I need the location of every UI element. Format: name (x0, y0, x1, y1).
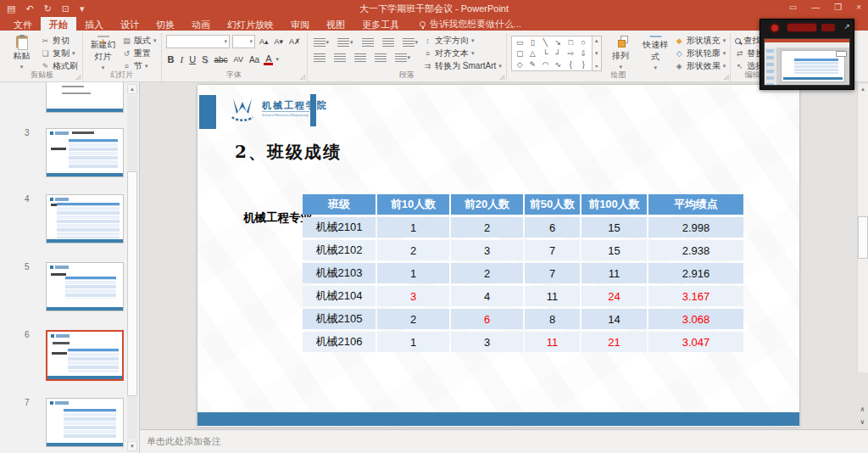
table-row[interactable]: 机械2105268143.068 (303, 309, 743, 329)
new-slide-button[interactable]: 新建幻灯片 ▾ (87, 34, 119, 70)
shape-icon[interactable]: ✎ (530, 59, 537, 70)
tab-home[interactable]: 开始 (41, 17, 76, 31)
tab-more-tools[interactable]: 更多工具 (353, 17, 408, 31)
layout-button[interactable]: ▤版式▾ (122, 35, 157, 47)
character-spacing-button[interactable]: AV (232, 53, 245, 66)
tab-view[interactable]: 视图 (318, 17, 353, 31)
columns-button[interactable]: ▾ (393, 52, 413, 64)
expand-icon[interactable]: ↗ (843, 22, 850, 31)
paste-button[interactable]: 粘贴 ▾ (6, 34, 37, 70)
font-color-button[interactable]: A (264, 53, 273, 65)
font-dialog-launcher-icon[interactable]: ◿ (300, 74, 304, 81)
next-slide-button[interactable]: ∨ (860, 417, 865, 428)
shape-icon[interactable]: ▢ (516, 48, 524, 59)
underline-button[interactable]: U (187, 53, 198, 66)
paragraph-dialog-launcher-icon[interactable]: ◿ (499, 74, 504, 81)
shape-icon[interactable]: △ (530, 48, 536, 59)
italic-button[interactable]: I (178, 53, 185, 66)
tab-file[interactable]: 文件 (5, 17, 41, 31)
shape-icon[interactable]: ▭ (516, 37, 524, 48)
shape-icon[interactable]: ∿ (555, 59, 562, 70)
align-left-button[interactable] (312, 52, 327, 64)
shape-icon[interactable]: ↘ (555, 37, 562, 48)
notes-pane[interactable]: 单击此处添加备注 (140, 429, 868, 453)
copy-button[interactable]: ❏复制▾ (41, 48, 78, 59)
thumbnail-slide-6-selected[interactable] (46, 330, 124, 381)
thumbnail-scroll-thumb[interactable] (127, 171, 137, 396)
shape-icon[interactable]: { (570, 59, 572, 70)
thumbnail-slide-4[interactable] (46, 194, 124, 243)
table-row[interactable]: 机械2101126152.998 (303, 217, 743, 238)
shape-icon[interactable]: ▯ (531, 37, 535, 48)
screen-share-overlay[interactable]: ↗ (760, 19, 854, 90)
current-slide[interactable]: 机械工程学院 School of Mechanical Engineering … (198, 85, 799, 427)
canvas-scrollbar[interactable]: ▲ (857, 84, 868, 372)
slide-title[interactable]: 2、班级成绩 (235, 141, 342, 164)
arrange-button[interactable]: 排列 ▾ (605, 34, 637, 70)
clipboard-dialog-launcher-icon[interactable]: ◿ (76, 74, 81, 81)
thumbnail-slide-3[interactable] (46, 128, 124, 177)
previous-slide-button[interactable]: ∧ (860, 404, 865, 415)
shape-icon[interactable]: ◠ (542, 59, 548, 70)
stop-sharing-button[interactable] (787, 24, 816, 31)
tab-animations[interactable]: 动画 (183, 17, 219, 31)
shape-icon[interactable]: ◇ (517, 59, 523, 70)
text-shadow-button[interactable]: S (200, 53, 209, 66)
shapes-scroll-down-icon[interactable]: ▼ (594, 51, 599, 56)
thumbnail-scroll-up-button[interactable]: ▲ (127, 84, 137, 94)
ribbon-options-icon[interactable]: ▭ (789, 2, 797, 14)
clear-formatting-button[interactable]: A✗ (287, 36, 303, 48)
thumbnail-slide-2[interactable] (46, 82, 124, 113)
close-icon[interactable]: × (856, 2, 861, 14)
restore-icon[interactable]: ❐ (834, 2, 842, 14)
font-size-combo[interactable]: ▾ (232, 35, 255, 48)
thumbnail-slide-7[interactable] (46, 398, 124, 447)
table-row[interactable]: 机械2103127112.916 (303, 263, 743, 283)
thumbnail-scrollbar[interactable]: ▲ ▼ (127, 84, 137, 451)
canvas-scroll-thumb[interactable] (858, 216, 868, 259)
decrease-indent-button[interactable] (360, 36, 376, 48)
align-text-button[interactable]: ≡对齐文本▾ (423, 48, 502, 59)
tell-me-box[interactable]: 告诉我您想要做什么... (420, 17, 521, 31)
canvas-scroll-up-button[interactable]: ▲ (858, 84, 868, 94)
thumbnail-scroll-down-button[interactable]: ▼ (127, 441, 137, 451)
change-case-button[interactable]: Aa (248, 53, 261, 66)
shape-icon[interactable]: ┘ (555, 48, 560, 59)
shape-icon[interactable]: ⇩ (581, 48, 587, 59)
justify-button[interactable] (373, 52, 388, 64)
bullets-button[interactable]: ▾ (312, 36, 331, 48)
text-direction-button[interactable]: ↕文字方向▾ (423, 35, 502, 47)
shape-icon[interactable]: └ (542, 48, 548, 59)
drawing-dialog-launcher-icon[interactable]: ◿ (724, 74, 728, 81)
shapes-more-icon[interactable]: ▾ (595, 63, 598, 69)
shape-outline-button[interactable]: ◇形状轮廓▾ (675, 48, 726, 59)
table-row[interactable]: 机械21061311213.047 (303, 332, 743, 352)
align-center-button[interactable] (332, 52, 348, 64)
thumbnail-slide-5[interactable] (46, 262, 124, 311)
tab-design[interactable]: 设计 (112, 17, 147, 31)
tab-review[interactable]: 审阅 (282, 17, 318, 31)
reset-button[interactable]: ↺重置 (122, 48, 157, 59)
tab-slideshow[interactable]: 幻灯片放映 (219, 17, 282, 31)
bold-button[interactable]: B (166, 53, 176, 66)
shape-icon[interactable]: } (582, 59, 585, 70)
increase-indent-button[interactable] (381, 36, 396, 48)
minimize-icon[interactable]: — (811, 2, 820, 14)
grow-font-button[interactable]: A▴ (258, 36, 270, 48)
table-row[interactable]: 机械2102237152.938 (303, 240, 743, 260)
cut-button[interactable]: ✂剪切 (41, 35, 78, 47)
tab-insert[interactable]: 插入 (76, 17, 112, 31)
align-right-button[interactable] (353, 52, 368, 64)
shapes-scroll-up-icon[interactable]: ▲ (594, 38, 599, 43)
shared-screen-preview[interactable] (764, 38, 850, 86)
font-name-combo[interactable]: ▾ (166, 35, 230, 48)
shapes-gallery-scrollbar[interactable]: ▲ ▼ ▾ (593, 36, 602, 71)
quick-styles-button[interactable]: 快速样式 ▾ (640, 34, 671, 70)
shape-icon[interactable]: □ (569, 37, 573, 48)
shape-icon[interactable]: ⇨ (568, 48, 575, 59)
shrink-font-button[interactable]: A▾ (272, 36, 285, 48)
line-spacing-button[interactable]: ▾ (401, 36, 420, 48)
tab-transitions[interactable]: 切换 (147, 17, 183, 31)
table-row[interactable]: 机械21043411243.167 (303, 286, 743, 306)
strikethrough-button[interactable]: abc (212, 53, 229, 66)
